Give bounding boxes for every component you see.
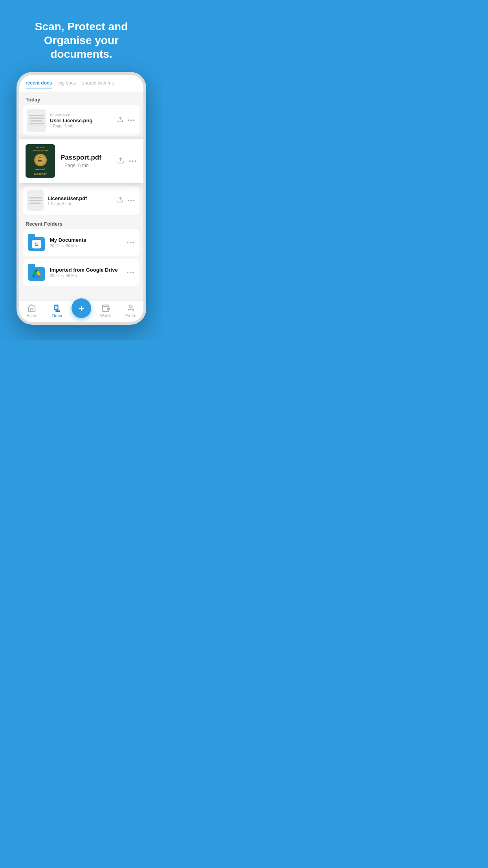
license-thumbnail: [27, 190, 44, 211]
doc-thumbnail: [27, 109, 46, 132]
doc-card-license-user[interactable]: LicenseUser.pdf 1 Page, 6 mb •••: [23, 186, 139, 215]
passport-card[interactable]: भारत गणराज्य REPUBLIC OF INDIA 🏛 सत्यमेव…: [19, 139, 143, 183]
doc-name: User License.png: [50, 118, 113, 123]
passport-meta: 1 Page, 6 mb: [61, 163, 112, 168]
license-upload-icon[interactable]: [117, 197, 123, 204]
license-actions: •••: [117, 197, 136, 204]
tab-bar: recent docs my docs shared with me: [19, 75, 143, 92]
doc-tag: Recent Scan: [50, 113, 113, 117]
nav-label-profile: Profile: [125, 314, 136, 318]
doc-info: Recent Scan User License.png 1 Page, 6 m…: [50, 113, 113, 128]
doc-actions: •••: [117, 116, 136, 124]
folder-card-gdrive[interactable]: Imported from Google Drive 20 Files, 56 …: [23, 259, 139, 286]
folder-info-my-docs: My Documents 20 Files, 56 Mb: [50, 237, 122, 248]
license-meta: 1 Page, 6 mb: [48, 202, 113, 206]
svg-rect-7: [56, 311, 60, 312]
fab-icon: +: [78, 302, 84, 314]
upload-icon[interactable]: [117, 116, 123, 124]
home-icon: [28, 304, 36, 313]
folder-icon-my-docs: [28, 234, 45, 251]
license-name: LicenseUser.pdf: [48, 195, 113, 201]
folder-name-gdrive: Imported from Google Drive: [50, 267, 122, 273]
passport-more-icon[interactable]: •••: [129, 158, 137, 164]
nav-item-home[interactable]: Home: [21, 304, 43, 318]
passport-country-text: सत्यमेव जयते: [35, 168, 45, 171]
passport-info: Passport.pdf 1 Page, 6 mb: [61, 154, 112, 168]
fab-button[interactable]: +: [72, 298, 91, 318]
svg-rect-5: [35, 245, 38, 246]
folder-icon-gdrive: [28, 264, 45, 281]
hero-section: Scan, Protect and Organise your document…: [0, 0, 163, 72]
svg-rect-8: [55, 306, 58, 307]
phone-screen: recent docs my docs shared with me Today: [19, 75, 143, 322]
nav-item-docs[interactable]: Docs: [46, 304, 68, 318]
phone-wrapper: recent docs my docs shared with me Today: [17, 72, 146, 340]
passport-upload-icon[interactable]: [117, 157, 124, 166]
tab-shared[interactable]: shared with me: [82, 80, 114, 88]
folder-meta-gdrive: 20 Files, 56 Mb: [50, 274, 122, 278]
folder-meta-my-docs: 20 Files, 56 Mb: [50, 244, 122, 248]
passport-filename: Passport.pdf: [61, 154, 112, 162]
svg-point-11: [129, 305, 132, 308]
nav-label-home: Home: [27, 314, 37, 318]
today-label: Today: [19, 92, 143, 105]
doc-card-user-license[interactable]: Recent Scan User License.png 1 Page, 6 m…: [23, 105, 139, 136]
passport-actions: •••: [117, 157, 137, 166]
more-icon[interactable]: •••: [127, 117, 136, 123]
svg-rect-9: [55, 307, 58, 307]
nav-label-wallet: Wallet: [100, 314, 111, 318]
profile-icon: [127, 304, 135, 313]
folder-info-gdrive: Imported from Google Drive 20 Files, 56 …: [50, 267, 122, 278]
license-more-icon[interactable]: •••: [127, 197, 136, 204]
hero-title: Scan, Protect and Organise your document…: [12, 20, 151, 61]
folder-more-my-docs[interactable]: •••: [127, 239, 135, 246]
passport-thumbnail: भारत गणराज्य REPUBLIC OF INDIA 🏛 सत्यमेव…: [26, 144, 55, 178]
passport-emblem: 🏛: [34, 154, 47, 166]
tab-recent-docs[interactable]: recent docs: [26, 80, 52, 88]
wallet-icon: [101, 304, 110, 313]
nav-item-wallet[interactable]: Wallet: [95, 304, 116, 318]
nav-item-profile[interactable]: Profile: [120, 304, 141, 318]
svg-rect-3: [35, 243, 36, 244]
passport-header-text-en: REPUBLIC OF INDIA: [33, 150, 48, 152]
folder-card-my-documents[interactable]: My Documents 20 Files, 56 Mb •••: [23, 229, 139, 256]
nav-label-docs: Docs: [52, 314, 62, 318]
passport-header-text: भारत गणराज्य: [36, 147, 45, 149]
svg-rect-10: [55, 308, 57, 309]
folder-more-gdrive[interactable]: •••: [127, 269, 135, 276]
recent-folders-label: Recent Folders: [19, 218, 143, 229]
tab-my-docs[interactable]: my docs: [58, 80, 76, 88]
doc-meta: 1 Page, 6 mb: [50, 124, 113, 128]
passport-type-text: PASSPORT: [34, 173, 47, 175]
phone-frame: recent docs my docs shared with me Today: [17, 72, 146, 325]
license-info: LicenseUser.pdf 1 Page, 6 mb: [48, 195, 113, 206]
bottom-nav: Home Docs +: [19, 300, 143, 322]
folder-name-my-docs: My Documents: [50, 237, 122, 243]
docs-icon: [53, 304, 61, 313]
svg-rect-4: [37, 243, 38, 243]
